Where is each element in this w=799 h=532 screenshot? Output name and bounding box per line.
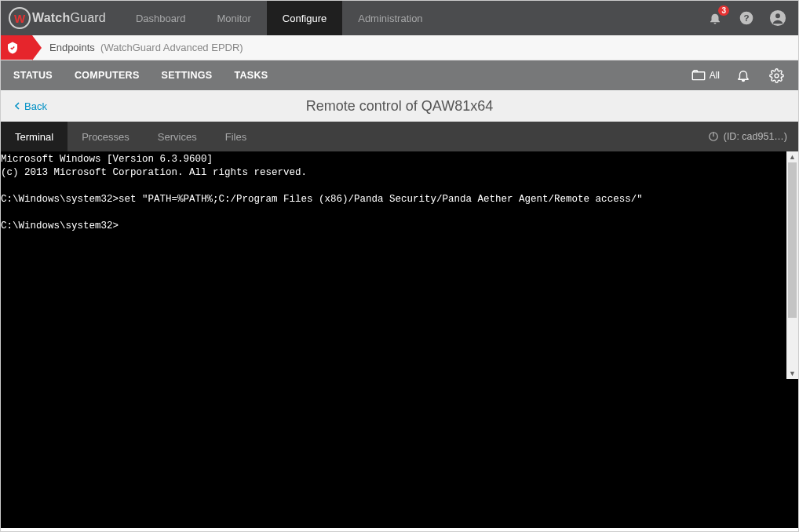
scroll-down-icon[interactable]: ▼ [786,368,798,379]
terminal-container: Microsoft Windows [Version 6.3.9600] (c)… [1,151,798,528]
nav-administration[interactable]: Administration [342,1,438,35]
help-icon[interactable]: ? [737,9,756,27]
tab-services[interactable]: Services [144,122,211,151]
svg-point-5 [775,74,779,78]
top-navbar: W WatchGuard Dashboard Monitor Configure… [1,1,798,35]
subnav-settings[interactable]: SETTINGS [162,70,213,81]
terminal-output[interactable]: Microsoft Windows [Version 6.3.9600] (c)… [1,151,798,528]
scrollbar-thumb[interactable] [788,162,797,318]
session-info: (ID: cad951…) [708,131,798,142]
breadcrumb-main[interactable]: Endpoints [49,42,95,53]
subnav-tasks[interactable]: TASKS [234,70,268,81]
scroll-up-icon[interactable]: ▲ [786,151,798,162]
nav-monitor[interactable]: Monitor [201,1,266,35]
svg-text:?: ? [743,13,749,23]
nav-configure[interactable]: Configure [267,1,342,35]
breadcrumb-text: Endpoints (WatchGuard Advanced EPDR) [49,42,243,53]
logo-icon: W [9,7,31,29]
folder-all-button[interactable]: All [691,70,720,81]
subnav-right: All [691,66,786,85]
tab-processes[interactable]: Processes [67,122,144,151]
svg-point-3 [775,13,780,18]
scrollbar-track[interactable] [786,162,798,368]
page-title: Remote control of QAW81x64 [306,98,493,115]
sub-navbar: STATUS COMPUTERS SETTINGS TASKS All [1,60,798,90]
tab-terminal[interactable]: Terminal [1,122,67,151]
notifications-badge: 3 [718,5,729,16]
nav-dashboard[interactable]: Dashboard [120,1,202,35]
scrollbar[interactable]: ▲ ▼ [786,151,798,379]
brand-logo[interactable]: W WatchGuard [9,7,106,29]
subnav-status[interactable]: STATUS [13,70,53,81]
user-icon[interactable] [768,9,787,27]
product-flag-icon[interactable] [1,35,32,60]
settings-gear-icon[interactable] [767,66,786,85]
session-id-label: (ID: cad951…) [724,131,787,142]
subnav-computers[interactable]: COMPUTERS [75,70,140,81]
topnav-items: Dashboard Monitor Configure Administrati… [120,1,439,35]
chevron-left-icon [13,102,21,110]
title-bar: Back Remote control of QAW81x64 [1,90,798,122]
back-label: Back [24,100,47,112]
breadcrumb-sub: (WatchGuard Advanced EPDR) [100,42,243,53]
tab-files[interactable]: Files [211,122,261,151]
folder-all-label: All [710,70,720,81]
topnav-right: 3 ? [706,9,787,27]
power-icon[interactable] [708,131,719,142]
notifications-icon[interactable]: 3 [706,9,724,27]
breadcrumb-bar: Endpoints (WatchGuard Advanced EPDR) [1,35,798,60]
brand-name: WatchGuard [32,11,106,25]
back-button[interactable]: Back [13,100,47,112]
alerts-bell-icon[interactable] [734,66,753,85]
remote-control-tabs: Terminal Processes Services Files (ID: c… [1,122,798,151]
svg-rect-4 [692,72,704,80]
